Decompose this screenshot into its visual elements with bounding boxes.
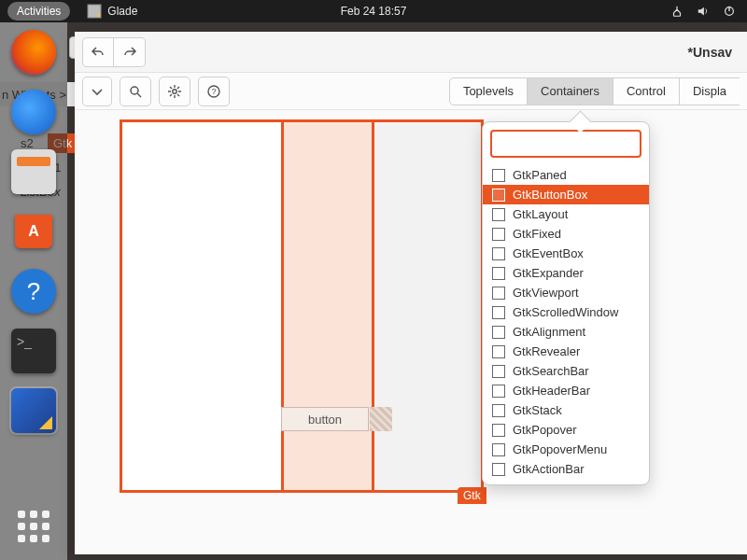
popover-item-label: GtkExpander (513, 266, 584, 280)
container-icon (492, 326, 505, 339)
resize-grip[interactable] (370, 407, 392, 431)
dock-thunderbird[interactable] (11, 90, 56, 134)
active-app-label: Glade (107, 5, 137, 18)
titlebar: *Unsav (75, 32, 747, 73)
undo-button[interactable] (82, 37, 114, 67)
toolbar: ? Toplevels Containers Control Displa (75, 73, 747, 110)
help-button[interactable]: ? (198, 77, 230, 106)
container-icon (492, 228, 505, 241)
gear-icon (167, 84, 182, 99)
network-icon (670, 5, 684, 18)
container-icon (492, 169, 505, 182)
dock-terminal[interactable]: >_ (11, 329, 56, 373)
container-icon (492, 385, 505, 398)
clock[interactable]: Feb 24 18:57 (341, 5, 407, 18)
popover-item-label: GtkHeaderBar (513, 384, 590, 398)
popover-search[interactable] (490, 130, 641, 158)
dock-help[interactable]: ? (11, 269, 56, 314)
popover-item-GtkScrolledWindow[interactable]: GtkScrolledWindow (483, 302, 649, 322)
redo-icon (122, 45, 137, 60)
dock-files[interactable] (11, 149, 56, 194)
popover-item-GtkLayout[interactable]: GtkLayout (483, 204, 649, 224)
volume-icon (697, 5, 710, 18)
search-button[interactable] (120, 77, 151, 106)
popover-item-GtkStack[interactable]: GtkStack (483, 400, 649, 420)
power-icon (723, 5, 736, 18)
preferences-button[interactable] (159, 77, 190, 106)
container-icon (492, 345, 505, 358)
container-icon (492, 424, 505, 437)
window-title: *Unsav (688, 45, 740, 60)
dock-show-apps[interactable] (15, 508, 52, 545)
popover-item-GtkPaned[interactable]: GtkPaned (483, 165, 649, 185)
activities-button[interactable]: Activities (7, 2, 70, 21)
popover-item-label: GtkSearchBar (513, 364, 589, 378)
popover-item-label: GtkPopoverMenu (513, 442, 607, 456)
popover-item-GtkAlignment[interactable]: GtkAlignment (483, 322, 649, 342)
tab-toplevels[interactable]: Toplevels (449, 77, 528, 105)
dock-software[interactable] (15, 215, 52, 248)
popover-item-GtkFixed[interactable]: GtkFixed (483, 224, 649, 244)
popover-item-GtkEventBox[interactable]: GtkEventBox (483, 244, 649, 263)
tab-display[interactable]: Displa (680, 77, 740, 105)
popover-item-label: GtkActionBar (513, 462, 585, 476)
popover-item-label: GtkViewport (513, 286, 579, 300)
popover-item-label: GtkStack (513, 403, 562, 417)
container-icon (492, 247, 505, 260)
undo-redo-group (82, 37, 146, 67)
popover-item-GtkHeaderBar[interactable]: GtkHeaderBar (483, 381, 649, 400)
container-icon (492, 306, 505, 319)
popover-item-GtkActionBar[interactable]: GtkActionBar (483, 459, 649, 479)
svg-line-4 (137, 93, 141, 97)
undo-icon (91, 45, 106, 60)
popover-item-label: GtkEventBox (513, 246, 584, 260)
box-slot-3[interactable] (374, 122, 481, 490)
dock-firefox[interactable] (11, 30, 56, 75)
popover-item-label: GtkAlignment (513, 325, 585, 339)
gnome-top-bar: Activities Glade Feb 24 18:57 (0, 0, 747, 22)
popover-item-GtkPopover[interactable]: GtkPopover (483, 420, 649, 440)
containers-popover: GtkPanedGtkButtonBoxGtkLayoutGtkFixedGtk… (482, 121, 650, 485)
system-tray[interactable] (670, 5, 736, 18)
tab-containers[interactable]: Containers (528, 77, 613, 105)
popover-item-GtkButtonBox[interactable]: GtkButtonBox (483, 185, 649, 204)
popover-item-GtkExpander[interactable]: GtkExpander (483, 263, 649, 283)
container-icon (492, 208, 505, 221)
container-icon (492, 404, 505, 417)
svg-text:?: ? (211, 87, 216, 96)
search-icon (128, 84, 143, 99)
button-widget[interactable]: button (281, 407, 369, 431)
svg-point-3 (131, 87, 138, 94)
container-icon (492, 365, 505, 378)
popover-item-label: GtkRevealer (513, 344, 580, 358)
svg-point-5 (173, 89, 176, 92)
recent-chooser-button[interactable] (82, 77, 112, 106)
design-canvas[interactable]: button Gtk (120, 119, 484, 493)
popover-item-label: GtkLayout (513, 207, 568, 221)
redo-button[interactable] (114, 37, 146, 67)
popover-item-GtkPopoverMenu[interactable]: GtkPopoverMenu (483, 440, 649, 459)
dock-glade[interactable] (11, 388, 56, 433)
box-slot-2-selected[interactable] (281, 122, 374, 490)
container-icon (492, 189, 505, 202)
glade-app-icon (87, 4, 102, 19)
popover-search-input[interactable] (503, 137, 660, 151)
help-icon: ? (206, 84, 221, 99)
palette-tabs: Toplevels Containers Control Displa (449, 77, 740, 105)
container-icon (492, 287, 505, 300)
popover-item-label: GtkPaned (513, 168, 567, 182)
popover-item-GtkRevealer[interactable]: GtkRevealer (483, 342, 649, 361)
container-icon (492, 443, 505, 456)
popover-item-label: GtkButtonBox (513, 188, 587, 202)
tab-control[interactable]: Control (613, 77, 680, 105)
selection-badge: Gtk (458, 487, 486, 504)
popover-list: GtkPanedGtkButtonBoxGtkLayoutGtkFixedGtk… (483, 165, 649, 484)
active-app-indicator[interactable]: Glade (87, 4, 137, 19)
popover-item-GtkViewport[interactable]: GtkViewport (483, 283, 649, 302)
gtk-window-frame[interactable] (120, 119, 484, 493)
ubuntu-dock: ? >_ (0, 22, 67, 560)
chevron-down-icon (90, 84, 105, 99)
popover-item-label: GtkScrolledWindow (513, 305, 618, 319)
popover-item-GtkSearchBar[interactable]: GtkSearchBar (483, 361, 649, 381)
container-icon (492, 463, 505, 476)
